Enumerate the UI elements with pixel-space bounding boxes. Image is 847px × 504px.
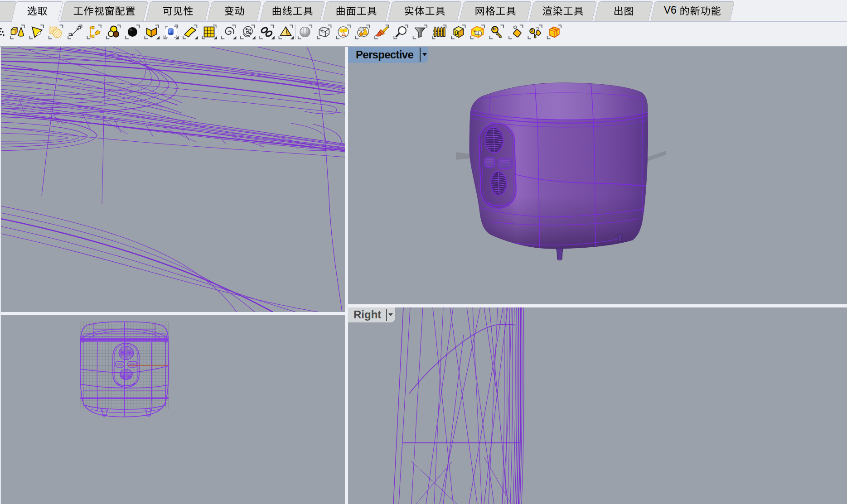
svg-text:V6: V6 bbox=[664, 4, 677, 16]
